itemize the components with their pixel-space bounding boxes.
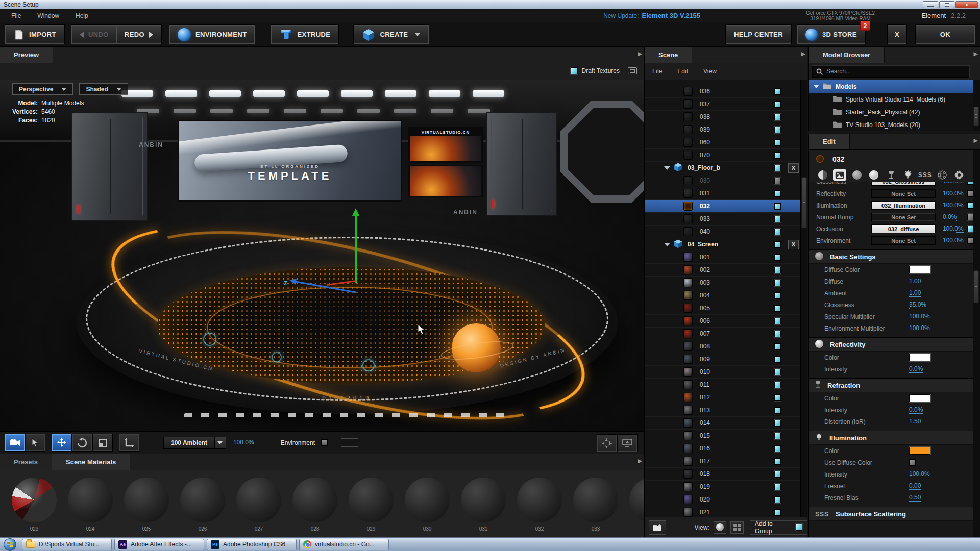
scene-item-row[interactable]: 030 <box>645 174 800 187</box>
material-sphere[interactable] <box>12 478 57 522</box>
channel-checkbox[interactable] <box>967 214 973 220</box>
create-button[interactable]: CREATE <box>354 25 429 44</box>
settings-gear-icon[interactable] <box>952 169 966 181</box>
scene-item-row[interactable]: 004 <box>645 289 800 302</box>
scene-item-row[interactable]: 036 <box>645 85 800 98</box>
redo-button[interactable]: REDO <box>116 25 161 44</box>
color-swatch[interactable] <box>909 394 930 402</box>
texture-slot-button[interactable]: None Set <box>871 213 936 221</box>
menu-item-window[interactable]: Window <box>29 9 67 22</box>
scene-scrollbar[interactable] <box>800 80 807 517</box>
diffuse-sphere-icon[interactable] <box>850 169 864 181</box>
scene-item-row[interactable]: 018 <box>645 468 800 481</box>
environment-checkbox[interactable] <box>321 439 328 446</box>
property-value[interactable]: 0.0% <box>909 406 923 414</box>
search-input[interactable]: Search... <box>812 66 969 78</box>
channel-value[interactable]: 100.0% <box>943 202 964 209</box>
view-mode-dropdown[interactable]: Perspective <box>12 83 73 95</box>
shading-dropdown[interactable]: Shaded <box>79 83 128 95</box>
channel-checkbox[interactable] <box>967 182 973 185</box>
sss-channel-icon[interactable]: SSS <box>918 169 932 181</box>
scene-menu-view[interactable]: View <box>696 68 724 75</box>
tree-folder[interactable]: Sports Virtual Studio 114_Models (6) <box>809 93 973 106</box>
scene-item-row[interactable]: 032 <box>645 200 800 213</box>
tree-folder[interactable]: TV Studio 103_Models (20) <box>809 118 973 131</box>
scene-item-row[interactable]: 002 <box>645 264 800 277</box>
visibility-checkbox[interactable] <box>774 165 781 171</box>
visibility-checkbox[interactable] <box>774 407 781 414</box>
tab-edit[interactable]: Edit <box>809 134 850 149</box>
menu-item-file[interactable]: File <box>3 9 29 22</box>
channel-value[interactable]: 100.0% <box>943 182 964 185</box>
channel-checkbox[interactable] <box>967 237 973 244</box>
property-value[interactable]: 100.0% <box>909 324 930 332</box>
visibility-checkbox[interactable] <box>774 471 781 478</box>
material-sphere[interactable] <box>517 478 562 522</box>
visibility-checkbox[interactable] <box>774 331 781 337</box>
material-sphere[interactable] <box>349 478 394 522</box>
scene-item-row[interactable]: 039 <box>645 123 800 136</box>
material-sphere[interactable] <box>573 478 618 522</box>
axis-tool-button[interactable] <box>119 434 139 451</box>
visibility-checkbox[interactable] <box>774 420 781 427</box>
scene-item-row[interactable]: 011 <box>645 379 800 391</box>
scene-menu-edit[interactable]: Edit <box>670 68 696 75</box>
texture-slot-button[interactable]: 032_Illumination <box>871 201 936 210</box>
add-to-group-toggle[interactable]: Add to Group <box>750 520 807 535</box>
add-to-group-checkbox[interactable] <box>796 524 802 531</box>
model-browser-scrollbar[interactable] <box>973 80 980 131</box>
scale-tool-button[interactable] <box>93 434 112 451</box>
channel-value[interactable]: 0.0% <box>943 213 957 221</box>
visibility-checkbox[interactable] <box>774 190 781 197</box>
edit-scrollbar[interactable] <box>973 150 980 537</box>
section-header-reflectivity[interactable]: Reflectivity <box>809 337 973 352</box>
channel-checkbox[interactable] <box>967 226 973 232</box>
visibility-checkbox[interactable] <box>774 267 781 273</box>
visibility-checkbox[interactable] <box>774 114 781 120</box>
visibility-checkbox[interactable] <box>774 127 781 133</box>
select-tool-button[interactable] <box>26 434 45 451</box>
scene-item-row[interactable]: 009 <box>645 353 800 366</box>
visibility-checkbox[interactable] <box>774 305 781 312</box>
new-group-button[interactable] <box>649 520 666 535</box>
fullscreen-preview-button[interactable] <box>618 435 637 452</box>
visibility-checkbox[interactable] <box>774 369 781 375</box>
3d-store-button[interactable]: 3D STORE 2 <box>797 25 865 44</box>
draft-textures-toggle[interactable]: Draft Textures <box>571 67 620 74</box>
camera-tool-button[interactable] <box>5 434 24 451</box>
tab-model-browser[interactable]: Model Browser <box>809 47 885 63</box>
viewport-3d[interactable]: STILL ORGANIZED TEMPLATE VIRTUALSTUDIO.C… <box>0 80 644 431</box>
extrude-button[interactable]: EXTRUDE <box>271 25 338 44</box>
visibility-checkbox[interactable] <box>774 254 781 261</box>
scene-item-row[interactable]: 037 <box>645 98 800 111</box>
channel-value[interactable]: 100.0% <box>943 225 964 233</box>
import-button[interactable]: IMPORT <box>5 25 64 44</box>
channel-value[interactable]: 100.0% <box>943 237 964 244</box>
scene-item-row[interactable]: 060 <box>645 136 800 149</box>
undo-button[interactable]: UNDO <box>71 25 116 44</box>
delete-group-button[interactable]: X <box>788 163 799 173</box>
gizmo-y-axis[interactable] <box>355 215 357 283</box>
restore-button[interactable] <box>939 1 954 8</box>
scene-item-row[interactable]: 019 <box>645 481 800 493</box>
property-value[interactable]: 0.00 <box>909 482 921 490</box>
edit-panel-arrow[interactable]: ▶ <box>974 137 978 144</box>
minimize-button[interactable] <box>923 1 938 8</box>
material-sphere[interactable] <box>180 478 225 522</box>
visibility-checkbox[interactable] <box>774 458 781 465</box>
scene-item-row[interactable]: 017 <box>645 455 800 468</box>
scene-item-row[interactable]: 016 <box>645 442 800 455</box>
scene-item-row[interactable]: 020 <box>645 493 800 506</box>
draft-textures-checkbox[interactable] <box>571 67 578 74</box>
property-checkbox[interactable] <box>909 459 916 466</box>
texture-slot-button[interactable]: 032_diffuse <box>871 224 936 233</box>
scene-panel-arrow[interactable]: ▶ <box>801 51 805 57</box>
color-swatch[interactable] <box>909 266 930 273</box>
visibility-checkbox[interactable] <box>774 203 781 210</box>
visibility-checkbox[interactable] <box>774 356 781 363</box>
scene-item-row[interactable]: 005 <box>645 302 800 315</box>
image-channel-icon[interactable] <box>833 169 846 181</box>
visibility-checkbox[interactable] <box>774 382 781 388</box>
scene-item-row[interactable]: 033 <box>645 213 800 226</box>
property-value[interactable]: 1.00 <box>909 289 921 297</box>
